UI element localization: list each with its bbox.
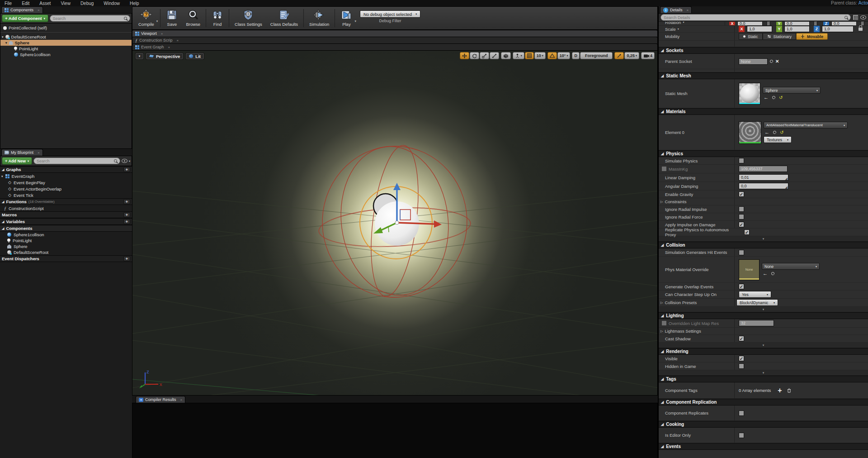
add-tag-button[interactable]: + bbox=[778, 386, 782, 395]
replicate-physics-checkbox[interactable]: ✓ bbox=[744, 229, 750, 235]
hidden-in-game-checkbox[interactable] bbox=[739, 363, 744, 369]
clear-socket-icon[interactable]: ✕ bbox=[775, 59, 779, 64]
keypad-icon[interactable] bbox=[767, 22, 770, 26]
add-component-button[interactable]: + Add Component▾ bbox=[2, 14, 48, 22]
rotation-x-field[interactable]: 0,0 bbox=[737, 22, 763, 26]
perspective-button[interactable]: Perspective bbox=[146, 52, 184, 60]
add-dispatcher-button[interactable]: + bbox=[123, 256, 130, 261]
surface-snap-button[interactable]: ▾ bbox=[513, 52, 524, 59]
find-button[interactable]: Find bbox=[208, 8, 227, 29]
bp-component-pointlight[interactable]: PointLight bbox=[0, 238, 132, 243]
socket-search-icon[interactable] bbox=[770, 60, 773, 63]
tree-item-defaultsceneroot[interactable]: ▾DefaultSceneRoot bbox=[0, 34, 132, 40]
event-beginplay-item[interactable]: ◇Event BeginPlay bbox=[0, 179, 132, 186]
play-button[interactable]: Play bbox=[336, 8, 356, 29]
expand-icon[interactable]: ▾ bbox=[5, 41, 7, 44]
cast-shadow-checkbox[interactable]: ✓ bbox=[739, 336, 744, 341]
material-dropdown[interactable]: AntiAliasedTextMaterialTranslucent▾ bbox=[764, 122, 848, 129]
ignore-radial-impulse-checkbox[interactable] bbox=[739, 206, 744, 212]
menu-file[interactable]: File bbox=[5, 1, 12, 6]
mobility-static-button[interactable]: Static bbox=[739, 33, 763, 40]
tree-item-sphere[interactable]: ▾Sphere bbox=[0, 40, 132, 46]
display-filter-icon[interactable] bbox=[860, 15, 866, 19]
camera-speed-button[interactable]: 4 bbox=[641, 52, 655, 59]
rendering-expander[interactable]: ▾ bbox=[659, 370, 868, 376]
details-search-input[interactable] bbox=[664, 15, 843, 20]
textures-button[interactable]: Textures▾ bbox=[764, 136, 792, 143]
add-graph-button[interactable]: + bbox=[123, 167, 130, 172]
tab-my-blueprint[interactable]: My Blueprint × bbox=[1, 149, 43, 156]
compile-button[interactable]: ? Compile bbox=[134, 8, 158, 29]
events-section-header[interactable]: ◢Events bbox=[659, 443, 868, 450]
tab-compiler-results[interactable]: »Compiler Results× bbox=[136, 396, 185, 403]
tab-details[interactable]: iDetails× bbox=[660, 6, 692, 13]
free-transform-button[interactable] bbox=[490, 52, 499, 59]
layer-snap-button[interactable]: D bbox=[572, 52, 580, 59]
event-actorbeginoverlap-item[interactable]: ◇Event ActorBeginOverlap bbox=[0, 186, 132, 192]
menu-window[interactable]: Window bbox=[104, 1, 120, 6]
add-function-button[interactable]: + bbox=[123, 199, 130, 204]
browse-to-asset-icon[interactable] bbox=[773, 131, 776, 134]
debug-object-dropdown[interactable]: No debug object selected▾ bbox=[360, 10, 420, 18]
keypad-icon[interactable] bbox=[814, 22, 817, 26]
rotation-snap-toggle[interactable] bbox=[547, 52, 557, 59]
grid-snap-toggle[interactable] bbox=[525, 52, 534, 59]
lit-mode-button[interactable]: Lit bbox=[185, 52, 204, 60]
graphs-header[interactable]: ◢Graphs+ bbox=[0, 166, 132, 173]
eventgraph-item[interactable]: ▾EventGraph bbox=[0, 173, 132, 179]
enable-gravity-checkbox[interactable]: ✓ bbox=[739, 191, 744, 197]
bp-component-sphere[interactable]: Sphere bbox=[0, 243, 132, 249]
close-icon[interactable]: × bbox=[168, 45, 170, 49]
browse-button[interactable]: Browse bbox=[182, 8, 204, 29]
use-selected-icon[interactable]: ← bbox=[764, 95, 769, 100]
scale-z-field[interactable]: 1,0 bbox=[822, 26, 854, 32]
collision-section-header[interactable]: ◢Collision bbox=[659, 242, 868, 248]
details-search[interactable] bbox=[660, 14, 851, 21]
viewport-canvas[interactable]: Z X bbox=[132, 51, 658, 396]
sockets-section-header[interactable]: ◢Sockets bbox=[659, 47, 868, 54]
browse-to-asset-icon[interactable] bbox=[771, 272, 774, 275]
bp-components-header[interactable]: ◢Components bbox=[0, 225, 132, 232]
use-selected-icon[interactable]: ← bbox=[764, 130, 769, 135]
reset-icon[interactable]: ↺ bbox=[780, 130, 783, 135]
add-variable-button[interactable]: + bbox=[123, 219, 130, 224]
tab-viewport[interactable]: Viewport× bbox=[132, 30, 658, 37]
play-options-caret[interactable]: ▾ bbox=[354, 19, 356, 23]
rotation-snap-value[interactable]: 10°▾ bbox=[557, 52, 571, 59]
macros-header[interactable]: Macros+ bbox=[0, 211, 132, 218]
collision-expander[interactable]: ▾ bbox=[659, 307, 868, 312]
simulate-physics-checkbox[interactable] bbox=[739, 158, 744, 163]
collision-presets-dropdown[interactable]: BlockAllDynamic▾ bbox=[736, 299, 778, 306]
mobility-stationary-button[interactable]: Stationary bbox=[763, 33, 797, 40]
physics-section-header[interactable]: ◢Physics bbox=[659, 150, 868, 157]
layer-snap-value[interactable]: Foreground bbox=[580, 52, 613, 59]
rotate-tool-button[interactable] bbox=[470, 52, 479, 59]
components-search[interactable] bbox=[50, 15, 130, 22]
tree-item-sphere1collison[interactable]: Sphere1collison bbox=[0, 52, 132, 57]
tab-construction-script[interactable]: ƒConstruction Scrip× bbox=[132, 37, 658, 43]
phys-material-thumbnail[interactable]: None bbox=[739, 259, 760, 280]
variables-header[interactable]: ◢Variables+ bbox=[0, 218, 132, 225]
lighting-section-header[interactable]: ◢Lighting bbox=[659, 312, 868, 319]
translate-tool-button[interactable] bbox=[460, 52, 469, 59]
browse-to-asset-icon[interactable] bbox=[772, 96, 775, 99]
expand-icon[interactable]: ▷ bbox=[660, 200, 663, 203]
event-dispatchers-header[interactable]: Event Dispatchers+ bbox=[0, 255, 132, 262]
phys-material-dropdown[interactable]: None▾ bbox=[762, 263, 820, 270]
rotation-z-field[interactable]: 0,0 bbox=[831, 22, 857, 26]
linear-damping-field[interactable]: 0,01◢ bbox=[739, 174, 788, 181]
simulation-button[interactable]: Simulation bbox=[305, 8, 333, 29]
cooking-section-header[interactable]: ◢Cooking bbox=[659, 421, 868, 428]
compile-options-caret[interactable]: ▾ bbox=[156, 19, 158, 23]
static-mesh-section-header[interactable]: ◢Static Mesh bbox=[659, 72, 868, 79]
tab-components[interactable]: Components × bbox=[1, 6, 43, 13]
bp-component-defaultsceneroot[interactable]: DefaultSceneRoot bbox=[0, 249, 132, 255]
menu-debug[interactable]: Debug bbox=[80, 1, 94, 6]
functions-header[interactable]: ◢Functions(18 Overridable)+ bbox=[0, 198, 132, 205]
scale-snap-toggle[interactable] bbox=[614, 52, 624, 59]
visible-checkbox[interactable]: ✓ bbox=[739, 356, 744, 361]
close-icon[interactable]: × bbox=[38, 151, 40, 155]
is-editor-only-checkbox[interactable] bbox=[739, 433, 744, 438]
scale-y-field[interactable]: 1,0 bbox=[784, 26, 810, 32]
menu-view[interactable]: View bbox=[61, 1, 71, 6]
